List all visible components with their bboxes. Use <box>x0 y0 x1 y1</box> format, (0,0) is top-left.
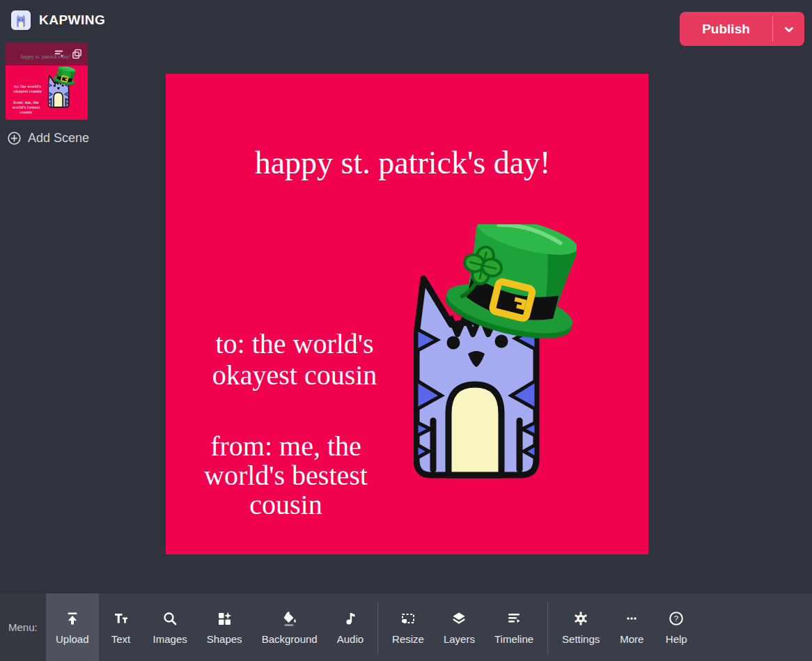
cat-with-leprechaun-hat-illustration <box>48 67 76 109</box>
scene-to-text-layer[interactable]: to: the world's okayest cousin <box>166 329 423 391</box>
tool-timeline[interactable]: Timeline <box>485 593 543 661</box>
scene-thumbnail[interactable]: happy st. patrick's day! to: the world's… <box>6 42 88 120</box>
tool-label: Text <box>111 633 131 645</box>
toolbar-spacer <box>698 593 812 661</box>
publish-options-button[interactable] <box>773 12 804 46</box>
brand-name: KAPWING <box>39 13 105 28</box>
scene-from-text-layer[interactable]: from: me, the world's bestest cousin <box>166 432 406 520</box>
shapes-icon <box>216 610 233 627</box>
plus-circle-icon <box>7 131 22 146</box>
chevron-down-icon <box>781 22 797 37</box>
tool-images[interactable]: Images <box>143 593 197 661</box>
scene-to-text-layer[interactable]: to: the world's okayest cousin <box>6 84 49 93</box>
tool-background[interactable]: Background <box>252 593 327 661</box>
ellipsis-icon <box>623 610 640 627</box>
timeline-icon <box>506 610 522 627</box>
tool-text[interactable]: Text <box>99 593 143 661</box>
from-line-2: world's bestest <box>166 461 406 490</box>
toolbar-divider <box>547 601 548 654</box>
kapwing-editor: KAPWING Publish happy st. patrick's day!… <box>0 0 812 661</box>
menu-label: Menu: <box>0 621 38 633</box>
add-scene-label: Add Scene <box>28 131 89 146</box>
thumbnail-toolbar <box>6 42 88 65</box>
from-line-3: cousin <box>6 109 47 114</box>
editor-canvas[interactable]: happy st. patrick's day! to: the world's… <box>166 74 648 554</box>
music-note-icon <box>342 610 359 627</box>
tool-settings[interactable]: Settings <box>552 593 609 661</box>
gear-icon <box>572 610 589 627</box>
upload-icon <box>64 610 81 627</box>
fill-bucket-icon <box>281 610 298 627</box>
tool-label: Help <box>666 633 687 645</box>
cat-with-leprechaun-hat-illustration <box>414 224 577 483</box>
publish-split-button: Publish <box>680 12 804 46</box>
kapwing-cat-logo-icon <box>11 10 31 30</box>
tool-resize[interactable]: Resize <box>382 593 434 661</box>
from-line-3: cousin <box>166 490 406 520</box>
scene-title-layer[interactable]: happy st. patrick's day! <box>166 145 639 182</box>
tool-more[interactable]: More <box>609 593 654 661</box>
bottom-toolbar: Menu: Upload Text Images <box>0 593 812 661</box>
tool-label: Background <box>262 633 318 645</box>
duplicate-icon[interactable] <box>71 48 83 60</box>
toolbar-divider <box>377 601 378 654</box>
text-icon <box>113 610 130 627</box>
top-bar: KAPWING Publish <box>0 0 812 40</box>
cat-image-layer[interactable] <box>48 67 76 109</box>
tool-layers[interactable]: Layers <box>434 593 485 661</box>
tool-label: Timeline <box>494 633 533 645</box>
cat-image-layer[interactable] <box>414 224 577 483</box>
to-line-1: to: the world's <box>166 329 423 360</box>
add-scene-button[interactable]: Add Scene <box>7 131 89 146</box>
tool-shapes[interactable]: Shapes <box>197 593 252 661</box>
tool-label: Layers <box>444 633 475 645</box>
tool-label: Resize <box>392 633 424 645</box>
publish-button[interactable]: Publish <box>680 12 772 46</box>
tool-label: Audio <box>337 633 364 645</box>
brand-area[interactable]: KAPWING <box>11 10 105 30</box>
to-line-2: okayest cousin <box>166 360 423 391</box>
resize-icon <box>400 610 416 627</box>
tool-label: More <box>620 633 643 645</box>
tool-upload[interactable]: Upload <box>46 593 99 661</box>
tool-label: Settings <box>562 633 600 645</box>
tool-label: Images <box>153 633 187 645</box>
tool-audio[interactable]: Audio <box>327 593 373 661</box>
from-line-1: from: me, the <box>166 432 406 461</box>
menu-zone: Menu: <box>0 593 46 661</box>
scene-from-text-layer[interactable]: from: me, the world's bestest cousin <box>6 100 47 114</box>
help-icon: ? <box>668 610 685 627</box>
layers-icon <box>451 610 467 627</box>
captions-icon[interactable] <box>53 48 65 60</box>
tool-label: Upload <box>56 633 89 645</box>
tool-help[interactable]: ? Help <box>654 593 698 661</box>
to-line-2: okayest cousin <box>6 88 49 93</box>
canvas-scene: happy st. patrick's day! to: the world's… <box>166 74 648 554</box>
svg-text:?: ? <box>674 614 678 623</box>
tool-label: Shapes <box>207 633 242 645</box>
search-icon <box>162 610 178 627</box>
